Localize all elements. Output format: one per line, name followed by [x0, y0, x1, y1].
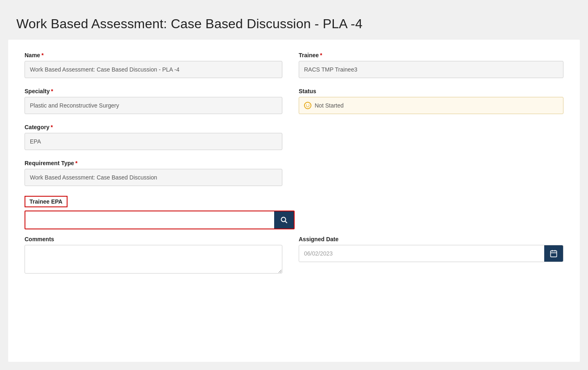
- date-input-row: [299, 245, 563, 262]
- name-input[interactable]: [25, 61, 282, 78]
- calendar-icon: [550, 249, 558, 258]
- comments-group: Comments: [25, 236, 282, 274]
- category-label: Category *: [25, 124, 282, 130]
- specialty-label: Specialty *: [25, 88, 282, 94]
- trainee-epa-input-row: [25, 211, 295, 229]
- name-label: Name *: [25, 52, 282, 58]
- name-group: Name *: [25, 52, 282, 78]
- trainee-required: *: [320, 52, 322, 58]
- category-input[interactable]: [25, 133, 282, 150]
- assigned-date-label: Assigned Date: [299, 236, 563, 242]
- category-required: *: [51, 124, 53, 130]
- requirement-type-label: Requirement Type *: [25, 160, 282, 166]
- trainee-epa-search-button[interactable]: [274, 211, 294, 229]
- specialty-required: *: [51, 88, 53, 94]
- row-requirement-type: Requirement Type *: [25, 160, 282, 186]
- status-spinner-icon: [304, 102, 311, 109]
- assigned-date-group: Assigned Date: [299, 236, 563, 274]
- search-icon: [280, 216, 288, 224]
- form-container: Name * Trainee * Specialty * Status: [8, 40, 580, 362]
- trainee-epa-input[interactable]: [25, 211, 274, 229]
- specialty-group: Specialty *: [25, 88, 282, 114]
- requirement-type-group: Requirement Type *: [25, 160, 282, 186]
- page-header: Work Based Assessment: Case Based Discus…: [0, 0, 588, 40]
- status-label: Status: [299, 88, 563, 94]
- status-value: Not Started: [315, 102, 344, 109]
- row-comments-date: Comments Assigned Date: [25, 236, 563, 274]
- specialty-input[interactable]: [25, 97, 282, 114]
- row-name-trainee: Name * Trainee *: [25, 52, 563, 78]
- name-required: *: [41, 52, 43, 58]
- trainee-epa-label: Trainee EPA: [25, 196, 68, 207]
- requirement-type-input[interactable]: [25, 169, 282, 186]
- calendar-button[interactable]: [544, 245, 563, 262]
- trainee-epa-section: Trainee EPA: [25, 196, 563, 229]
- status-group: Status Not Started: [299, 88, 563, 114]
- svg-line-1: [285, 221, 287, 223]
- category-group: Category *: [25, 124, 282, 150]
- comments-textarea[interactable]: [25, 245, 282, 274]
- page-title: Work Based Assessment: Case Based Discus…: [16, 16, 572, 31]
- status-field: Not Started: [299, 97, 563, 114]
- svg-rect-2: [551, 251, 557, 257]
- comments-label: Comments: [25, 236, 282, 242]
- row-specialty-status: Specialty * Status Not Started: [25, 88, 563, 114]
- assigned-date-input[interactable]: [299, 245, 544, 262]
- trainee-label: Trainee *: [299, 52, 563, 58]
- trainee-input[interactable]: [299, 61, 563, 78]
- svg-point-0: [281, 217, 286, 222]
- row-category: Category *: [25, 124, 282, 150]
- requirement-type-required: *: [75, 160, 77, 166]
- trainee-group: Trainee *: [299, 52, 563, 78]
